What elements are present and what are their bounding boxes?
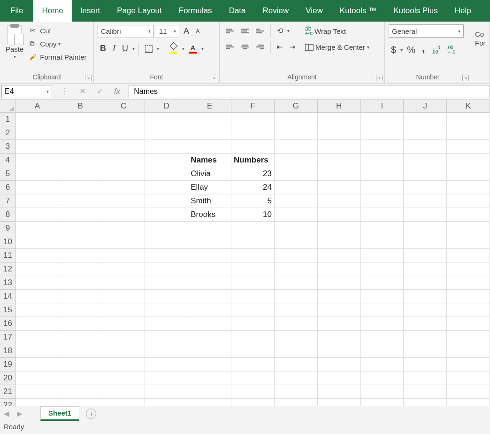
cell-J8[interactable] <box>404 208 447 222</box>
cell-A9[interactable] <box>16 222 59 235</box>
cell-A2[interactable] <box>16 126 59 140</box>
row-header-2[interactable]: 2 <box>0 126 16 140</box>
cell-K8[interactable] <box>447 208 490 222</box>
cell-E19[interactable] <box>188 358 231 371</box>
column-header-E[interactable]: E <box>188 100 231 113</box>
cell-I6[interactable] <box>361 181 404 194</box>
cell-K19[interactable] <box>447 358 490 371</box>
tab-kutools[interactable]: Kutools ™ <box>331 0 385 22</box>
cell-J13[interactable] <box>404 276 447 290</box>
cell-G2[interactable] <box>275 126 318 140</box>
cell-E9[interactable] <box>188 222 231 235</box>
row-header-20[interactable]: 20 <box>0 371 16 385</box>
cell-B12[interactable] <box>59 263 102 276</box>
cell-E10[interactable] <box>188 235 231 249</box>
cell-D5[interactable] <box>145 167 188 181</box>
paste-button[interactable]: Paste ▾ <box>4 24 25 60</box>
cell-H7[interactable] <box>318 194 361 208</box>
cell-K5[interactable] <box>447 167 490 181</box>
orientation-button[interactable] <box>275 24 285 37</box>
align-left-button[interactable] <box>223 43 237 51</box>
sheet-nav-prev[interactable]: ◀ <box>0 409 13 418</box>
cell-C21[interactable] <box>102 385 145 399</box>
cell-C13[interactable] <box>102 276 145 290</box>
cell-K3[interactable] <box>447 140 490 154</box>
tab-review[interactable]: Review <box>254 0 298 22</box>
cell-C20[interactable] <box>102 371 145 385</box>
cell-D15[interactable] <box>145 303 188 317</box>
cell-C2[interactable] <box>102 126 145 140</box>
cell-A15[interactable] <box>16 303 59 317</box>
font-color-dropdown[interactable]: ▾ <box>201 46 204 51</box>
font-size-selector[interactable]: 11▾ <box>156 25 179 38</box>
cell-K16[interactable] <box>447 317 490 331</box>
cell-E8[interactable]: Brooks <box>188 208 231 222</box>
cell-C18[interactable] <box>102 344 145 358</box>
cell-B19[interactable] <box>59 358 102 371</box>
cell-I12[interactable] <box>361 263 404 276</box>
cell-F15[interactable] <box>231 303 275 317</box>
cell-A5[interactable] <box>16 167 59 181</box>
cell-F16[interactable] <box>231 317 275 331</box>
cell-J17[interactable] <box>404 331 447 344</box>
cell-G16[interactable] <box>275 317 318 331</box>
cell-F18[interactable] <box>231 344 275 358</box>
cell-C22[interactable] <box>102 399 145 406</box>
cell-I20[interactable] <box>361 371 404 385</box>
fill-color-button[interactable] <box>167 42 180 55</box>
cell-K20[interactable] <box>447 371 490 385</box>
cell-J16[interactable] <box>404 317 447 331</box>
cell-C1[interactable] <box>102 113 145 126</box>
cell-E16[interactable] <box>188 317 231 331</box>
accounting-dropdown[interactable]: ▾ <box>400 47 403 53</box>
row-header-14[interactable]: 14 <box>0 290 16 303</box>
cell-A7[interactable] <box>16 194 59 208</box>
cell-B2[interactable] <box>59 126 102 140</box>
cell-K13[interactable] <box>447 276 490 290</box>
row-header-18[interactable]: 18 <box>0 344 16 358</box>
cell-A8[interactable] <box>16 208 59 222</box>
fill-dropdown[interactable]: ▾ <box>182 46 184 51</box>
cell-F20[interactable] <box>231 371 275 385</box>
cell-K1[interactable] <box>447 113 490 126</box>
cell-C9[interactable] <box>102 222 145 235</box>
column-header-I[interactable]: I <box>361 100 404 113</box>
font-color-button[interactable]: A <box>186 42 199 55</box>
cell-B14[interactable] <box>59 290 102 303</box>
cell-F21[interactable] <box>231 385 275 399</box>
select-all-corner[interactable] <box>0 100 16 113</box>
cell-H11[interactable] <box>318 249 361 263</box>
column-header-J[interactable]: J <box>404 100 447 113</box>
cell-J21[interactable] <box>404 385 447 399</box>
cell-G14[interactable] <box>275 290 318 303</box>
cell-G5[interactable] <box>275 167 318 181</box>
cell-I14[interactable] <box>361 290 404 303</box>
cell-I21[interactable] <box>361 385 404 399</box>
cell-B18[interactable] <box>59 344 102 358</box>
cell-D7[interactable] <box>145 194 188 208</box>
tab-help[interactable]: Help <box>446 0 480 22</box>
cell-C5[interactable] <box>102 167 145 181</box>
cell-J6[interactable] <box>404 181 447 194</box>
cell-K10[interactable] <box>447 235 490 249</box>
tab-file[interactable]: File <box>0 0 33 22</box>
cell-E12[interactable] <box>188 263 231 276</box>
tab-data[interactable]: Data <box>221 0 254 22</box>
new-sheet-button[interactable]: ＋ <box>86 409 96 419</box>
cell-D11[interactable] <box>145 249 188 263</box>
cell-J5[interactable] <box>404 167 447 181</box>
cell-B13[interactable] <box>59 276 102 290</box>
cell-G19[interactable] <box>275 358 318 371</box>
row-header-17[interactable]: 17 <box>0 331 16 344</box>
cell-H22[interactable] <box>318 399 361 406</box>
cell-G4[interactable] <box>275 154 318 167</box>
cell-K12[interactable] <box>447 263 490 276</box>
cell-C7[interactable] <box>102 194 145 208</box>
cell-J4[interactable] <box>404 154 447 167</box>
cell-H12[interactable] <box>318 263 361 276</box>
cell-J1[interactable] <box>404 113 447 126</box>
row-header-1[interactable]: 1 <box>0 113 16 126</box>
cell-D17[interactable] <box>145 331 188 344</box>
cell-I5[interactable] <box>361 167 404 181</box>
cell-D21[interactable] <box>145 385 188 399</box>
